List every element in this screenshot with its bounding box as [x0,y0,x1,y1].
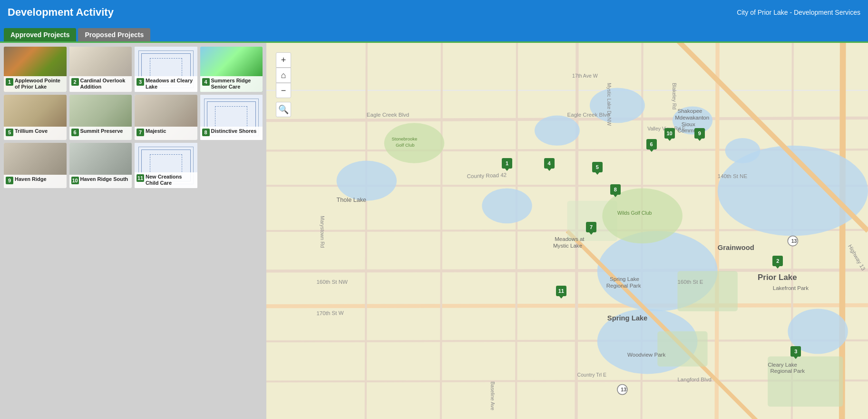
tab-approved[interactable]: Approved Projects [4,28,76,41]
svg-line-7 [266,305,868,306]
svg-text:160th St NW: 160th St NW [316,279,348,285]
svg-rect-31 [657,331,707,367]
project-sidebar: 1Applewood Pointe of Prior Lake2Cardinal… [0,43,266,419]
project-card-11[interactable]: 11New Creations Child Care [135,143,197,188]
svg-text:Eagle Creek Blvd: Eagle Creek Blvd [567,112,610,118]
project-card-8[interactable]: 8Distinctive Shores [200,95,263,140]
map-pin-6[interactable]: 6 [646,139,657,150]
project-card-3[interactable]: 3Meadows at Cleary Lake [135,47,197,92]
project-name-7: Majestic [146,128,166,134]
project-name-4: Summers Ridge Senior Care [211,78,261,90]
svg-text:160th St E: 160th St E [677,279,703,285]
header: Development Activity City of Prior Lake … [0,0,868,25]
svg-text:13: 13 [791,238,797,244]
svg-text:Langford Blvd: Langford Blvd [677,377,711,382]
svg-point-26 [482,188,532,223]
svg-text:17th Ave W: 17th Ave W [572,73,598,79]
map-background: County Road 42 Eagle Creek Blvd Eagle Cr… [266,43,868,419]
svg-text:Spring Lake: Spring Lake [607,314,647,322]
map-controls: + ⌂ − 🔍 [276,52,291,117]
map-pin-1[interactable]: 1 [502,158,512,169]
svg-point-25 [725,138,761,163]
project-number-5: 5 [6,129,13,136]
project-name-9: Haven Ridge [15,176,47,182]
project-number-9: 9 [6,177,13,184]
svg-text:Mystic Lake: Mystic Lake [553,243,582,249]
svg-line-10 [366,43,367,419]
svg-text:Meadows at: Meadows at [555,236,585,242]
svg-text:Country Trl E: Country Trl E [577,372,606,378]
zoom-in-button[interactable]: + [276,52,291,68]
map-pin-9[interactable]: 9 [694,128,705,139]
project-name-11: New Creations Child Care [146,174,195,186]
svg-text:Eagle Creek Blvd: Eagle Creek Blvd [367,112,409,118]
svg-text:Mystic Lake Dr NW: Mystic Lake Dr NW [606,83,612,126]
svg-text:Regional Park: Regional Park [770,368,805,374]
svg-text:140th St NE: 140th St NE [718,173,748,179]
project-number-10: 10 [71,177,79,184]
content-area: 1Applewood Pointe of Prior Lake2Cardinal… [0,43,868,419]
project-card-1[interactable]: 1Applewood Pointe of Prior Lake [4,47,67,92]
project-number-8: 8 [202,129,210,136]
project-grid: 1Applewood Pointe of Prior Lake2Cardinal… [4,47,263,188]
project-name-5: Trillium Cove [15,128,48,134]
home-button[interactable]: ⌂ [276,68,291,83]
search-button[interactable]: 🔍 [276,102,291,117]
svg-point-23 [590,88,645,123]
svg-line-12 [516,43,517,419]
project-number-7: 7 [137,129,144,136]
svg-line-8 [266,340,868,341]
map-pin-11[interactable]: 11 [556,286,566,296]
project-number-2: 2 [71,78,79,86]
project-card-9[interactable]: 9Haven Ridge [4,143,67,188]
svg-text:Baseline Ave: Baseline Ave [490,381,496,410]
map-pin-2[interactable]: 2 [772,256,783,266]
svg-point-21 [337,160,397,200]
project-card-7[interactable]: 7Majestic [135,95,197,140]
svg-text:Blakeley Rd: Blakeley Rd [672,83,677,110]
svg-text:Marystown Rd: Marystown Rd [320,216,325,248]
project-name-2: Cardinal Overlook Addition [80,78,130,90]
project-number-11: 11 [137,174,144,182]
svg-line-11 [441,43,442,419]
svg-line-15 [717,43,718,419]
tab-proposed[interactable]: Proposed Projects [78,28,150,41]
project-number-1: 1 [6,78,13,86]
project-card-6[interactable]: 6Summit Preserve [69,95,132,140]
svg-text:Cleary Lake: Cleary Lake [768,362,797,368]
map-pin-3[interactable]: 3 [790,346,801,357]
map-pin-7[interactable]: 7 [586,222,596,232]
project-name-10: Haven Ridge South [80,176,128,182]
svg-text:170th St W: 170th St W [316,310,344,316]
svg-text:Shakopee: Shakopee [677,108,702,114]
project-card-4[interactable]: 4Summers Ridge Senior Care [200,47,263,92]
zoom-out-button[interactable]: − [276,83,291,98]
map-container: County Road 42 Eagle Creek Blvd Eagle Cr… [266,43,868,419]
project-card-5[interactable]: 5Trillium Cove [4,95,67,140]
svg-text:Regional Park: Regional Park [606,283,641,289]
svg-text:Wilds Golf Club: Wilds Golf Club [617,210,652,216]
svg-text:13: 13 [621,387,626,392]
svg-text:Spring Lake: Spring Lake [610,276,639,282]
svg-text:Grainwood: Grainwood [718,244,754,251]
project-name-8: Distinctive Shores [211,128,257,134]
app-title: Development Activity [8,6,114,19]
svg-rect-30 [677,271,738,311]
map-pin-4[interactable]: 4 [544,158,555,169]
project-card-10[interactable]: 10Haven Ridge South [69,143,132,188]
map-pin-8[interactable]: 8 [610,184,621,195]
project-name-1: Applewood Pointe of Prior Lake [15,78,65,90]
project-name-6: Summit Preserve [80,128,123,134]
svg-text:Prior Lake: Prior Lake [758,273,797,282]
svg-text:Stonebrooke: Stonebrooke [392,136,418,141]
project-number-3: 3 [137,78,144,86]
app-subtitle: City of Prior Lake - Development Service… [737,9,860,16]
project-card-2[interactable]: 2Cardinal Overlook Addition [69,47,132,92]
svg-text:Golf Club: Golf Club [396,142,414,148]
map-pin-10[interactable]: 10 [664,128,675,139]
app-container: Development Activity City of Prior Lake … [0,0,868,419]
svg-text:Thole Lake: Thole Lake [337,197,367,203]
svg-text:Woodview Park: Woodview Park [627,352,665,358]
svg-text:Mdewakanton: Mdewakanton [675,115,709,120]
map-pin-5[interactable]: 5 [592,162,603,172]
